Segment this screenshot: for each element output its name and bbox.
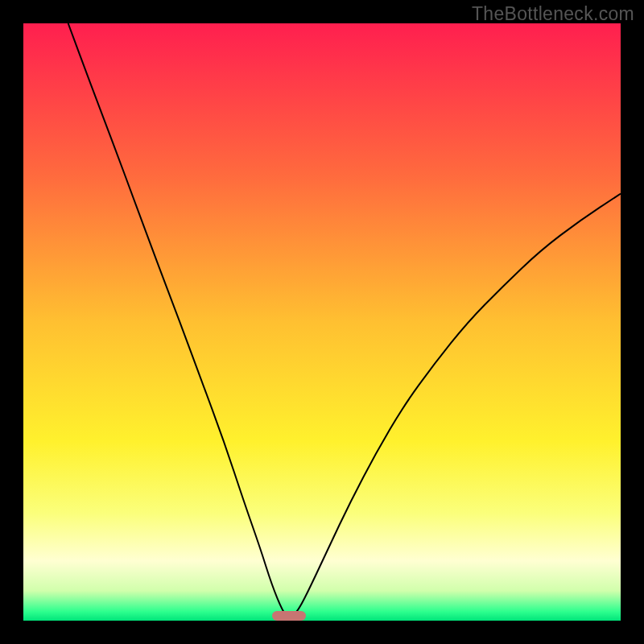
minimum-marker [272,611,306,621]
chart-svg [23,23,621,621]
plot-area [23,23,621,621]
watermark-text: TheBottleneck.com [472,3,634,25]
gradient-background [23,23,621,621]
chart-frame: TheBottleneck.com [0,0,644,644]
